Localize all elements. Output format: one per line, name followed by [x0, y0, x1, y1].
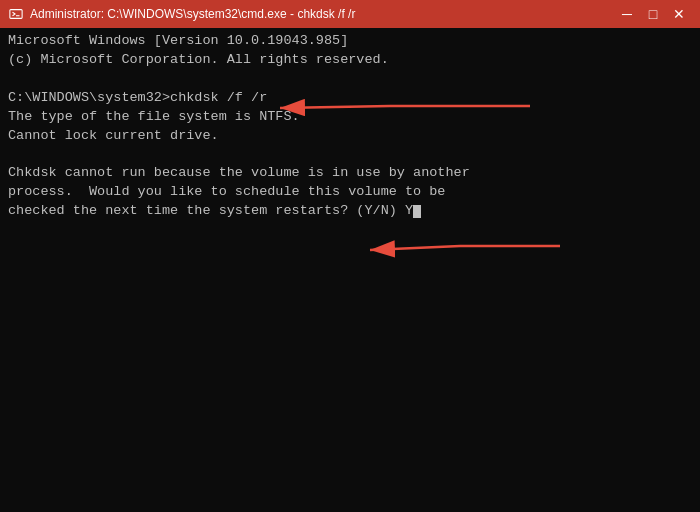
svg-rect-0: [10, 10, 22, 19]
cursor: [413, 205, 421, 218]
terminal-line: Microsoft Windows [Version 10.0.19043.98…: [8, 32, 692, 51]
maximize-button[interactable]: □: [640, 3, 666, 25]
terminal-line: Cannot lock current drive.: [8, 127, 692, 146]
title-bar: Administrator: C:\WINDOWS\system32\cmd.e…: [0, 0, 700, 28]
terminal-line: Chkdsk cannot run because the volume is …: [8, 164, 692, 183]
title-bar-controls: ─ □ ✕: [614, 3, 692, 25]
close-button[interactable]: ✕: [666, 3, 692, 25]
title-bar-text: Administrator: C:\WINDOWS\system32\cmd.e…: [30, 7, 608, 21]
terminal-line: process. Would you like to schedule this…: [8, 183, 692, 202]
cmd-window: Administrator: C:\WINDOWS\system32\cmd.e…: [0, 0, 700, 512]
terminal-line-empty: [8, 70, 692, 89]
terminal-output: Microsoft Windows [Version 10.0.19043.98…: [8, 32, 692, 221]
terminal-line: The type of the file system is NTFS.: [8, 108, 692, 127]
minimize-button[interactable]: ─: [614, 3, 640, 25]
terminal-command-line: C:\WINDOWS\system32>chkdsk /f /r: [8, 89, 692, 108]
terminal-line-empty: [8, 145, 692, 164]
terminal-body[interactable]: Microsoft Windows [Version 10.0.19043.98…: [0, 28, 700, 512]
terminal-prompt-line: checked the next time the system restart…: [8, 202, 692, 221]
arrow2: [370, 246, 560, 250]
cmd-icon: [8, 6, 24, 22]
terminal-line: (c) Microsoft Corporation. All rights re…: [8, 51, 692, 70]
